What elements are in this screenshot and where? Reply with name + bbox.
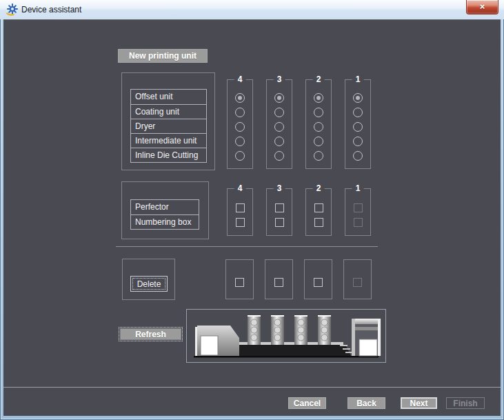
unit-label-offset-unit: Offset unit (131, 90, 206, 104)
delete-column-4 (225, 259, 254, 299)
radio-dryer-col4[interactable] (235, 122, 245, 132)
press-preview-image (186, 309, 386, 363)
refresh-focus-rect: Refresh (119, 327, 183, 341)
radio-coating-unit-col4[interactable] (235, 108, 245, 117)
unit-column-2-header: 2 (313, 74, 325, 85)
press-schematic-icon (187, 310, 385, 362)
delete-checkbox-col2[interactable] (314, 278, 323, 287)
cancel-button[interactable]: Cancel (288, 397, 326, 409)
radio-coating-unit-col3[interactable] (274, 108, 284, 117)
unit-type-label-list: Offset unit Coating unit Dryer Intermedi… (130, 89, 207, 163)
radio-inline-die-cutting-col4[interactable] (235, 151, 245, 161)
unit-column-4-header: 4 (234, 74, 246, 85)
checkbox-perfector-col2[interactable] (314, 203, 323, 212)
unit-column-4: 4 (227, 79, 253, 169)
options-column-2-header: 2 (313, 183, 325, 194)
unit-type-groupbox: Offset unit Coating unit Dryer Intermedi… (121, 72, 215, 170)
radio-inline-die-cutting-col3[interactable] (274, 151, 284, 161)
unit-label-intermediate-unit: Intermediate unit (131, 133, 206, 148)
checkbox-perfector-col1 (354, 203, 363, 212)
radio-dryer-col1[interactable] (353, 122, 363, 132)
finish-button: Finish (446, 397, 485, 409)
delete-button[interactable]: Delete (130, 276, 168, 292)
close-icon: × (480, 1, 485, 12)
unit-column-2: 2 (305, 79, 332, 169)
checkbox-numbering-box-col2[interactable] (314, 218, 323, 227)
radio-offset-unit-col4[interactable] (235, 93, 245, 103)
delete-checkbox-col4[interactable] (235, 278, 244, 287)
checkbox-perfector-col4[interactable] (236, 203, 245, 212)
back-button[interactable]: Back (347, 397, 385, 409)
radio-coating-unit-col2[interactable] (314, 108, 323, 117)
next-button[interactable]: Next (401, 397, 437, 409)
options-column-4: 4 (227, 188, 253, 236)
radio-intermediate-unit-col4[interactable] (235, 137, 245, 146)
checkbox-numbering-box-col4[interactable] (236, 218, 245, 227)
refresh-button[interactable]: Refresh (120, 328, 181, 340)
options-column-2: 2 (305, 188, 332, 236)
radio-dryer-col2[interactable] (314, 122, 323, 132)
device-assistant-window: Device assistant × New printing unit Off… (0, 0, 504, 420)
dialog-body: New printing unit Offset unit Coating un… (3, 19, 501, 416)
options-column-4-header: 4 (234, 183, 246, 194)
unit-column-3-header: 3 (274, 74, 285, 85)
unit-label-inline-die-cutting: Inline Die Cutting (131, 148, 206, 162)
radio-intermediate-unit-col1[interactable] (353, 137, 363, 146)
delete-checkbox-col3[interactable] (274, 278, 283, 287)
delete-groupbox: Delete (122, 259, 175, 300)
options-column-1-header: 1 (352, 183, 364, 194)
options-column-3-header: 3 (274, 183, 285, 194)
footer-divider (3, 387, 501, 388)
unit-label-dryer: Dryer (131, 119, 206, 133)
unit-column-1-header: 1 (352, 74, 364, 85)
radio-coating-unit-col1[interactable] (353, 108, 363, 117)
unit-column-3: 3 (266, 79, 292, 169)
radio-intermediate-unit-col3[interactable] (274, 137, 284, 146)
new-printing-unit-button[interactable]: New printing unit (118, 49, 208, 63)
checkbox-numbering-box-col1 (354, 218, 363, 227)
delete-checkbox-col1 (353, 278, 362, 287)
checkbox-numbering-box-col3[interactable] (275, 218, 284, 227)
radio-offset-unit-col2[interactable] (314, 93, 323, 103)
options-column-3: 3 (266, 188, 292, 236)
option-label-numbering-box: Numbering box (131, 214, 199, 229)
options-column-1: 1 (345, 188, 371, 236)
titlebar[interactable]: Device assistant × (0, 0, 504, 19)
radio-offset-unit-col1[interactable] (353, 93, 363, 103)
delete-column-3 (265, 259, 293, 299)
unit-column-1: 1 (345, 79, 371, 169)
options-groupbox: Perfector Numbering box (121, 181, 209, 239)
radio-inline-die-cutting-col2[interactable] (314, 151, 323, 161)
unit-label-coating-unit: Coating unit (131, 104, 206, 119)
radio-dryer-col3[interactable] (274, 122, 284, 132)
app-icon (6, 3, 19, 16)
checkbox-perfector-col3[interactable] (275, 203, 284, 212)
radio-offset-unit-col3[interactable] (274, 93, 284, 103)
radio-intermediate-unit-col2[interactable] (314, 137, 323, 146)
delete-column-1 (343, 259, 372, 299)
close-button[interactable]: × (466, 0, 498, 14)
window-title: Device assistant (21, 5, 81, 14)
option-label-perfector: Perfector (131, 200, 199, 214)
radio-inline-die-cutting-col1[interactable] (353, 151, 363, 161)
options-label-list: Perfector Numbering box (130, 199, 199, 230)
section-divider (116, 246, 378, 247)
delete-column-2 (304, 259, 332, 299)
